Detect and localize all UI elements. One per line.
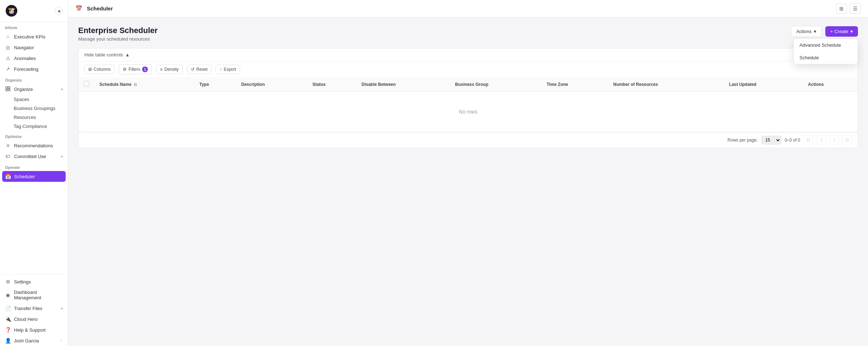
grid-view-button[interactable]: ⊞ (836, 4, 847, 14)
chevron-down-icon: ▾ (61, 87, 63, 91)
table-header-description[interactable]: Description (236, 77, 308, 92)
last-page-button[interactable]: ⟩⟩ (843, 135, 852, 145)
hide-controls-bar[interactable]: Hide table controls ▲ (79, 49, 858, 61)
sidebar-item-committed-use[interactable]: 🏷 Committed Use ▾ (0, 151, 68, 162)
sidebar-item-spaces[interactable]: Spaces (0, 95, 68, 104)
sidebar-item-business-groupings[interactable]: Business Groupings (0, 104, 68, 113)
density-icon: ≡ (160, 67, 163, 72)
create-label: + Create (830, 29, 848, 34)
status-col-label: Status (313, 82, 326, 87)
sidebar-item-forecasting[interactable]: ↗ Forecasting (0, 64, 68, 74)
dropdown-item-schedule[interactable]: Schedule (794, 51, 858, 64)
sidebar-item-label: Executive KPIs (14, 34, 45, 40)
optimize-section-label: Optimize (0, 131, 68, 140)
export-button[interactable]: ↑ Export (216, 65, 240, 74)
trend-icon: ↗ (5, 66, 11, 72)
actions-col-label: Actions (808, 82, 824, 87)
table-header-type[interactable]: Type (194, 77, 236, 92)
sidebar-item-label: Transfer Files (14, 306, 42, 311)
settings-icon: ⚙ (5, 279, 11, 285)
table-wrapper: Schedule Name ⊟ Type Description Status (78, 77, 858, 132)
sidebar-item-label: Dashboard Management (14, 290, 63, 300)
help-icon: ❓ (5, 327, 11, 333)
density-label: Density (164, 67, 179, 72)
table-header-num-resources[interactable]: Number of Resources (608, 77, 724, 92)
reset-label: Reset (196, 67, 207, 72)
sidebar-item-label: Anomalies (14, 56, 36, 61)
first-page-button[interactable]: ⟨⟨ (804, 135, 813, 145)
table-header-disable-between[interactable]: Disable Between (356, 77, 450, 92)
sort-icon: ⊟ (134, 83, 137, 87)
page-header: Enterprise Scheduler Manage your schedul… (78, 26, 858, 42)
sidebar-item-scheduler[interactable]: 📅 Scheduler (2, 171, 66, 182)
num-resources-col-label: Number of Resources (613, 82, 658, 87)
sidebar-item-label: Navigator (14, 45, 34, 50)
table-header-business-group[interactable]: Business Group (450, 77, 541, 92)
schedule-name-col-label: Schedule Name (99, 82, 131, 87)
sidebar-item-resources[interactable]: Resources (0, 113, 68, 122)
sidebar-item-label: Committed Use (14, 154, 46, 159)
filters-button[interactable]: ⚙ Filters 1 (119, 64, 152, 74)
table-header-schedule-name[interactable]: Schedule Name ⊟ (94, 77, 194, 92)
next-page-button[interactable]: ⟩ (830, 135, 839, 145)
create-button[interactable]: + Create ▾ (825, 26, 858, 37)
table-header-checkbox[interactable] (79, 77, 94, 92)
table-body: No rows (79, 92, 858, 132)
sidebar-item-recommendations[interactable]: ≡ Recommendations (0, 140, 68, 151)
type-col-label: Type (199, 82, 209, 87)
table-header-status[interactable]: Status (308, 77, 357, 92)
list-view-button[interactable]: ☰ (850, 4, 861, 14)
rows-per-page-select[interactable]: 15 25 50 100 (761, 136, 781, 144)
actions-button[interactable]: Actions ▾ (791, 26, 822, 37)
sidebar-item-settings[interactable]: ⚙ Settings (0, 276, 68, 287)
sidebar: 🐮 ◀ Inform ○ Executive KPIs ◎ Navigator … (0, 0, 68, 346)
empty-state-text: No rows (79, 92, 858, 132)
sidebar-item-josh-garcia[interactable]: 👤 Josh Garcia → (0, 335, 68, 346)
sidebar-item-label: Josh Garcia (14, 338, 39, 343)
sidebar-item-cloud-hero[interactable]: 🔌 Cloud Hero (0, 314, 68, 324)
topbar-title: Scheduler (87, 5, 113, 11)
rows-per-page-label: Rows per page: (728, 138, 758, 143)
create-chevron-icon: ▾ (850, 29, 853, 34)
sidebar-item-label: Cloud Hero (14, 317, 38, 322)
operate-section-label: Operate (0, 162, 68, 171)
actions-label: Actions (796, 29, 812, 34)
table-header-time-zone[interactable]: Time Zone (541, 77, 608, 92)
sidebar-item-organize-header[interactable]: Organize ▾ (0, 84, 68, 95)
reset-icon: ↺ (191, 67, 194, 72)
page-title-group: Enterprise Scheduler Manage your schedul… (78, 26, 158, 42)
dropdown-item-advanced-schedule[interactable]: Advanced Schedule (794, 39, 858, 51)
sidebar-item-tag-compliance[interactable]: Tag Compliance (0, 122, 68, 131)
svg-text:🐮: 🐮 (8, 7, 15, 14)
sidebar-item-navigator[interactable]: ◎ Navigator (0, 42, 68, 53)
columns-button[interactable]: ⊞ Columns (84, 65, 114, 74)
organize-section-label: Organize (0, 74, 68, 84)
actions-dropdown-menu: Advanced Schedule Schedule (793, 38, 858, 64)
page-range-text: 0–0 of 0 (785, 138, 800, 143)
sidebar-item-executive-kpis[interactable]: ○ Executive KPIs (0, 31, 68, 42)
select-all-checkbox[interactable] (84, 81, 89, 87)
sidebar-item-anomalies[interactable]: ⚠ Anomalies (0, 53, 68, 64)
table-controls: Hide table controls ▲ ⊞ Columns ⚙ Filter… (78, 48, 858, 77)
columns-icon: ⊞ (88, 67, 92, 72)
organize-label: Organize (14, 87, 33, 92)
warning-icon: ⚠ (5, 55, 11, 61)
tag-icon: 🏷 (5, 153, 11, 159)
logout-icon: → (59, 338, 63, 343)
sidebar-collapse-button[interactable]: ◀ (55, 7, 63, 15)
sidebar-item-help-support[interactable]: ❓ Help & Support (0, 324, 68, 335)
plug-icon: 🔌 (5, 316, 11, 322)
sidebar-item-transfer-files[interactable]: 📄 Transfer Files ▾ (0, 303, 68, 314)
density-button[interactable]: ≡ Density (156, 65, 183, 74)
table-header-last-updated[interactable]: Last Updated (724, 77, 803, 92)
calendar-icon: 📅 (5, 174, 11, 179)
prev-page-button[interactable]: ⟨ (817, 135, 826, 145)
disable-between-col-label: Disable Between (361, 82, 395, 87)
reset-button[interactable]: ↺ Reset (187, 65, 211, 74)
sidebar-item-dashboard-management[interactable]: ◉ Dashboard Management (0, 287, 68, 303)
hide-controls-label: Hide table controls (84, 52, 123, 57)
sidebar-item-label: Recommendations (14, 143, 53, 148)
app-logo: 🐮 (5, 4, 18, 17)
pagination-bar: Rows per page: 15 25 50 100 0–0 of 0 ⟨⟨ … (78, 132, 858, 148)
circle-icon: ○ (5, 34, 11, 40)
